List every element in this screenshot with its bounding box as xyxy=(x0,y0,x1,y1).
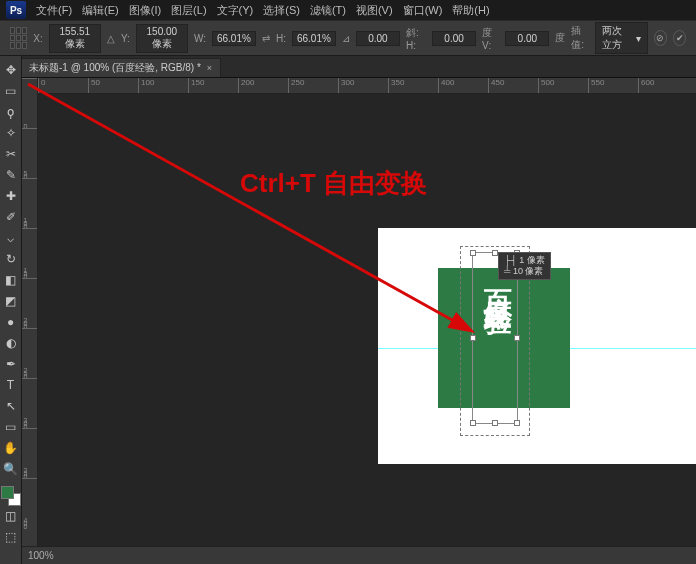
tool-shape[interactable]: ▭ xyxy=(1,417,21,437)
link-icon[interactable]: ⇄ xyxy=(262,33,270,44)
skew-h-field[interactable]: 0.00 xyxy=(432,31,476,46)
zoom-level[interactable]: 100% xyxy=(28,550,54,561)
tool-move[interactable]: ✥ xyxy=(1,60,21,80)
menu-file[interactable]: 文件(F) xyxy=(36,3,72,18)
tool-path[interactable]: ↖ xyxy=(1,396,21,416)
transform-handle[interactable] xyxy=(470,420,476,426)
interp-value: 两次立方 xyxy=(602,24,632,52)
menu-edit[interactable]: 编辑(E) xyxy=(82,3,119,18)
info-tip-line2: ╧ 10 像素 xyxy=(504,266,545,277)
tool-panel: ✥ ▭ ϙ ✧ ✂ ✎ ✚ ✐ ⌵ ↻ ◧ ◩ ● ◐ ✒ T ↖ ▭ ✋ 🔍 … xyxy=(0,56,22,564)
foreground-color-swatch[interactable] xyxy=(1,486,14,499)
menu-image[interactable]: 图像(I) xyxy=(129,3,161,18)
x-label: X: xyxy=(33,33,42,44)
tab-bar: 未标题-1 @ 100% (百度经验, RGB/8) * × xyxy=(0,56,696,78)
tool-magic-wand[interactable]: ✧ xyxy=(1,123,21,143)
commit-transform-button[interactable]: ✔ xyxy=(673,30,686,46)
tool-lasso[interactable]: ϙ xyxy=(1,102,21,122)
tool-history[interactable]: ↻ xyxy=(1,249,21,269)
tool-eraser[interactable]: ◧ xyxy=(1,270,21,290)
skew-v-label: 度 V: xyxy=(482,26,499,51)
tool-pen[interactable]: ✒ xyxy=(1,354,21,374)
transform-info-tooltip: ├┤ 1 像素 ╧ 10 像素 xyxy=(498,252,551,280)
skew-v-field[interactable]: 0.00 xyxy=(505,31,549,46)
tool-zoom[interactable]: 🔍 xyxy=(1,459,21,479)
skew-h-label: 斜: H: xyxy=(406,26,426,51)
w-label: W: xyxy=(194,33,206,44)
tool-screenmode[interactable]: ⬚ xyxy=(1,527,21,547)
app-logo: Ps xyxy=(6,1,26,19)
menu-window[interactable]: 窗口(W) xyxy=(403,3,443,18)
close-icon[interactable]: × xyxy=(207,63,212,73)
transform-handle[interactable] xyxy=(514,420,520,426)
annotation-text: Ctrl+T 自由变换 xyxy=(240,166,427,201)
tool-brush[interactable]: ✐ xyxy=(1,207,21,227)
tool-gradient[interactable]: ◩ xyxy=(1,291,21,311)
status-bar: 100% xyxy=(22,546,696,564)
transform-anchor-grid[interactable] xyxy=(10,27,27,49)
tool-eyedropper[interactable]: ✎ xyxy=(1,165,21,185)
tool-stamp[interactable]: ⌵ xyxy=(1,228,21,248)
interp-dropdown[interactable]: 两次立方 ▾ xyxy=(595,22,648,54)
tool-blur[interactable]: ● xyxy=(1,312,21,332)
ruler-horizontal[interactable]: 0 50 100 150 200 250 300 350 400 450 500… xyxy=(38,78,696,94)
chevron-down-icon: ▾ xyxy=(636,33,641,44)
skew-unit: 度 xyxy=(555,31,565,45)
x-field[interactable]: 155.51 像素 xyxy=(49,24,101,53)
rotate-label: ⊿ xyxy=(342,33,350,44)
menu-filter[interactable]: 滤镜(T) xyxy=(310,3,346,18)
transform-handle[interactable] xyxy=(470,335,476,341)
y-field[interactable]: 150.00 像素 xyxy=(136,24,188,53)
document-tab[interactable]: 未标题-1 @ 100% (百度经验, RGB/8) * × xyxy=(20,58,221,77)
menu-select[interactable]: 选择(S) xyxy=(263,3,300,18)
triangle-icon: △ xyxy=(107,33,115,44)
interp-label: 插值: xyxy=(571,24,589,52)
y-label: Y: xyxy=(121,33,130,44)
tool-marquee[interactable]: ▭ xyxy=(1,81,21,101)
tab-title: 未标题-1 @ 100% (百度经验, RGB/8) * xyxy=(29,61,201,75)
info-tip-line1: ├┤ 1 像素 xyxy=(504,255,545,266)
tool-heal[interactable]: ✚ xyxy=(1,186,21,206)
cancel-transform-button[interactable]: ⊘ xyxy=(654,30,667,46)
tool-type[interactable]: T xyxy=(1,375,21,395)
menu-layer[interactable]: 图层(L) xyxy=(171,3,206,18)
rotate-field[interactable]: 0.00 xyxy=(356,31,400,46)
tool-hand[interactable]: ✋ xyxy=(1,438,21,458)
h-label: H: xyxy=(276,33,286,44)
w-field[interactable]: 66.01% xyxy=(212,31,256,46)
color-swatches[interactable] xyxy=(1,486,21,506)
menu-type[interactable]: 文字(Y) xyxy=(217,3,254,18)
h-field[interactable]: 66.01% xyxy=(292,31,336,46)
tool-crop[interactable]: ✂ xyxy=(1,144,21,164)
canvas-document[interactable]: 百度经验 ├┤ 1 像素 ╧ 10 像素 xyxy=(378,228,696,464)
ruler-vertical[interactable]: 0 50 100 150 200 250 300 350 400 xyxy=(22,78,38,564)
menu-bar: Ps 文件(F) 编辑(E) 图像(I) 图层(L) 文字(Y) 选择(S) 滤… xyxy=(0,0,696,20)
transform-handle[interactable] xyxy=(514,335,520,341)
transform-handle[interactable] xyxy=(470,250,476,256)
transform-handle[interactable] xyxy=(492,420,498,426)
options-bar: X: 155.51 像素 △ Y: 150.00 像素 W: 66.01% ⇄ … xyxy=(0,20,696,56)
tool-quickmask[interactable]: ◫ xyxy=(1,506,21,526)
tool-dodge[interactable]: ◐ xyxy=(1,333,21,353)
menu-help[interactable]: 帮助(H) xyxy=(452,3,489,18)
menu-view[interactable]: 视图(V) xyxy=(356,3,393,18)
